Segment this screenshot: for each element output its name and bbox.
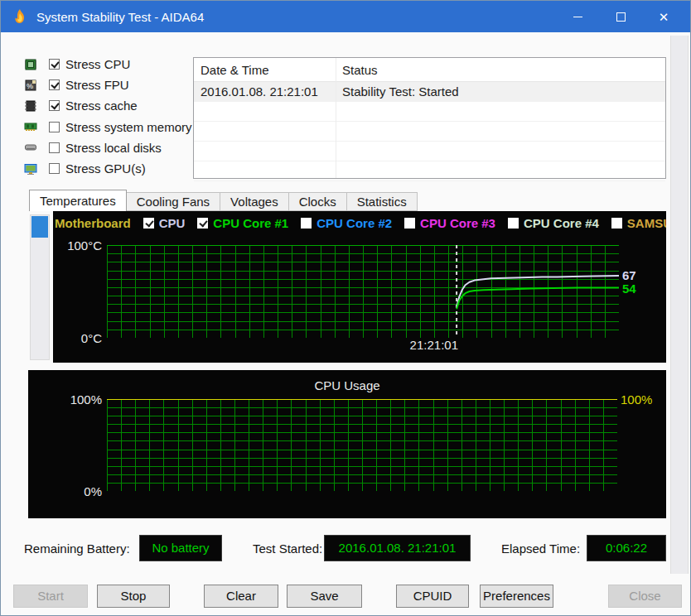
legend-item-cpu-core-1[interactable]: CPU Core #1 — [197, 216, 288, 230]
usage-axis-bottom-label: 0% — [57, 484, 102, 498]
legend-item-cpu[interactable]: CPU — [143, 216, 186, 230]
legend-item-samsung-hd103sj[interactable]: SAMSUNG HD103SJ — [611, 216, 666, 230]
cache-icon — [24, 99, 37, 113]
background-scrollbar-strip — [670, 36, 689, 574]
clear-button[interactable]: Clear — [204, 585, 278, 608]
stress-option-label: Stress GPU(s) — [65, 161, 146, 176]
time-marker-label: 21:21:01 — [375, 338, 458, 352]
fpu-icon: % — [24, 79, 37, 92]
stress-option-stress-fpu[interactable]: %Stress FPU — [24, 76, 129, 94]
log-table-empty-row — [194, 122, 665, 142]
tab-voltages[interactable]: Voltages — [220, 192, 289, 211]
tab-temperatures[interactable]: Temperatures — [29, 190, 127, 211]
legend-item-cpu-core-2[interactable]: CPU Core #2 — [301, 216, 392, 230]
chart-legend: MotherboardCPUCPU Core #1CPU Core #2CPU … — [55, 216, 666, 230]
memory-icon — [24, 120, 37, 133]
legend-checkbox[interactable] — [611, 218, 622, 229]
stress-option-stress-system-memory[interactable]: Stress system memory — [24, 118, 192, 136]
legend-checkbox[interactable] — [197, 218, 208, 229]
stress-option-stress-local-disks[interactable]: Stress local disks — [24, 139, 162, 156]
scrollbar-thumb[interactable] — [31, 216, 48, 238]
save-button[interactable]: Save — [287, 585, 362, 608]
column-divider — [336, 58, 336, 178]
log-datetime-cell: 2016.01.08. 21:21:01 — [194, 84, 336, 99]
stress-option-stress-cache[interactable]: Stress cache — [24, 97, 138, 114]
window-title: System Stability Test - AIDA64 — [36, 10, 204, 24]
checkbox[interactable] — [49, 100, 60, 111]
elapsed-time-value: 0:06:22 — [587, 535, 666, 561]
log-status-cell: Stability Test: Started — [336, 84, 665, 99]
minimize-icon — [573, 17, 582, 17]
column-header-status[interactable]: Status — [336, 63, 665, 77]
legend-label: SAMSUNG HD103SJ — [627, 216, 666, 230]
stress-option-stress-gpu-s-[interactable]: Stress GPU(s) — [24, 160, 146, 177]
temperature-chart-panel: MotherboardCPUCPU Core #1CPU Core #2CPU … — [53, 211, 666, 363]
column-header-date-time[interactable]: Date & Time — [194, 63, 336, 77]
legend-item-cpu-core-3[interactable]: CPU Core #3 — [404, 216, 495, 230]
stress-option-label: Stress FPU — [65, 78, 129, 92]
elapsed-time-label: Elapsed Time: — [501, 541, 580, 556]
legend-item-cpu-core-4[interactable]: CPU Core #4 — [508, 216, 599, 230]
svg-text:%: % — [27, 82, 33, 90]
cpu-temp-value-label: 67 — [622, 268, 636, 282]
stress-option-stress-cpu[interactable]: Stress CPU — [24, 55, 130, 73]
log-table-empty-row — [194, 142, 665, 161]
tab-statistics[interactable]: Statistics — [346, 192, 418, 211]
log-table-empty-row — [194, 102, 665, 122]
temp-axis-top-label: 100°C — [57, 238, 102, 253]
start-button: Start — [13, 585, 88, 608]
legend-label: CPU — [159, 216, 186, 230]
cpuid-button[interactable]: CPUID — [396, 585, 469, 608]
legend-label: Motherboard — [55, 216, 131, 230]
cpu-icon — [24, 58, 37, 71]
chart-vertical-scrollbar[interactable] — [30, 214, 50, 360]
event-log-table[interactable]: Date & Time Status 2016.01.08. 21:21:01S… — [193, 57, 666, 179]
checkbox[interactable] — [49, 79, 60, 90]
close-icon: ✕ — [659, 11, 669, 23]
log-table-empty-row — [194, 161, 665, 181]
checkbox[interactable] — [49, 163, 60, 174]
maximize-icon — [616, 12, 626, 22]
tab-clocks[interactable]: Clocks — [288, 192, 347, 211]
legend-label: CPU Core #1 — [213, 216, 288, 230]
titlebar: System Stability Test - AIDA64 ✕ — [1, 1, 691, 32]
stability-test-window: System Stability Test - AIDA64 ✕ Stress … — [0, 0, 691, 616]
log-table-row[interactable]: 2016.01.08. 21:21:01Stability Test: Star… — [194, 82, 665, 102]
gpu-icon — [24, 162, 37, 176]
checkbox[interactable] — [49, 142, 60, 153]
cpu-core1-temp-value-label: 54 — [622, 282, 636, 296]
close-button[interactable]: ✕ — [642, 1, 685, 32]
legend-checkbox[interactable] — [301, 218, 312, 229]
legend-checkbox[interactable] — [143, 218, 154, 229]
aida64-flame-icon — [12, 8, 28, 25]
cpu-usage-title: CPU Usage — [28, 378, 666, 392]
legend-item-motherboard: Motherboard — [55, 216, 131, 230]
tab-cooling-fans[interactable]: Cooling Fans — [126, 192, 220, 211]
cpu-usage-panel: CPU Usage 100% 100% 0% — [28, 370, 666, 518]
stop-button[interactable]: Stop — [97, 585, 170, 608]
remaining-battery-label: Remaining Battery: — [24, 541, 130, 556]
minimize-button[interactable] — [556, 1, 599, 32]
temperature-chart — [107, 245, 619, 338]
checkbox[interactable] — [49, 59, 60, 70]
test-started-value: 2016.01.08. 21:21:01 — [324, 535, 471, 561]
legend-label: CPU Core #3 — [420, 216, 495, 230]
temp-axis-bottom-label: 0°C — [57, 331, 102, 345]
disk-icon — [24, 141, 37, 154]
usage-axis-top-label: 100% — [57, 392, 102, 407]
cpu-usage-chart — [107, 399, 617, 491]
table-header[interactable]: Date & Time Status — [194, 58, 665, 82]
remaining-battery-value: No battery — [139, 535, 222, 561]
maximize-button[interactable] — [599, 1, 642, 32]
stress-option-label: Stress local disks — [65, 141, 162, 155]
checkbox[interactable] — [49, 122, 60, 132]
close-button: Close — [608, 585, 682, 608]
legend-checkbox[interactable] — [404, 218, 415, 229]
legend-checkbox[interactable] — [508, 218, 519, 229]
legend-label: CPU Core #2 — [317, 216, 392, 230]
preferences-button[interactable]: Preferences — [480, 585, 553, 608]
window-controls: ✕ — [556, 1, 685, 32]
usage-right-value-label: 100% — [621, 392, 652, 407]
stress-option-label: Stress cache — [65, 99, 138, 113]
stress-option-label: Stress CPU — [65, 57, 130, 71]
